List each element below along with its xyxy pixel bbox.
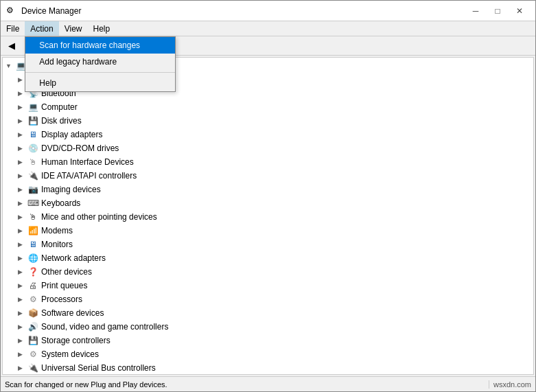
tree-item-dvdcdrom[interactable]: ▶ 💿 DVD/CD-ROM drives <box>3 141 533 155</box>
menu-scan-hardware[interactable]: Scan for hardware changes <box>25 37 175 54</box>
icon-displayadapters: 🖥 <box>27 129 38 140</box>
label-system: System devices <box>41 349 99 359</box>
label-storage: Storage controllers <box>41 336 110 345</box>
tree-item-diskdrives[interactable]: ▶ 💾 Disk drives <box>3 114 533 128</box>
label-dvdcdrom: DVD/CD-ROM drives <box>41 143 119 153</box>
label-usb: Universal Serial Bus controllers <box>41 363 156 373</box>
chevron-dvdcdrom: ▶ <box>18 145 27 152</box>
icon-computer: 💻 <box>27 102 38 113</box>
label-hid: Human Interface Devices <box>41 157 134 167</box>
label-diskdrives: Disk drives <box>41 116 82 126</box>
icon-other: ❓ <box>27 266 38 277</box>
icon-keyboards: ⌨ <box>27 198 38 209</box>
icon-network: 🌐 <box>27 253 38 264</box>
chevron-hid: ▶ <box>18 159 27 165</box>
chevron-modems: ▶ <box>18 227 27 234</box>
app-icon: ⚙ <box>6 5 17 16</box>
action-dropdown: Scan for hardware changes Add legacy har… <box>25 36 176 92</box>
chevron-network: ▶ <box>18 255 27 262</box>
status-bar: Scan for changed or new Plug and Play de… <box>1 376 535 391</box>
label-ideata: IDE ATA/ATAPI controllers <box>41 171 137 181</box>
icon-usb: 🔌 <box>27 362 38 373</box>
label-displayadapters: Display adapters <box>41 130 102 139</box>
label-mice: Mice and other pointing devices <box>41 212 157 222</box>
toolbar-back[interactable]: ◀ <box>3 38 20 54</box>
label-other: Other devices <box>41 267 92 277</box>
tree-item-modems[interactable]: ▶ 📶 Modems <box>3 224 533 238</box>
tree-item-software[interactable]: ▶ 📦 Software devices <box>3 306 533 320</box>
tree-item-keyboards[interactable]: ▶ ⌨ Keyboards <box>3 196 533 210</box>
title-bar: ⚙ Device Manager ─ □ ✕ <box>1 1 535 21</box>
icon-hid: 🖱 <box>27 157 38 168</box>
label-processors: Processors <box>41 295 82 304</box>
menu-add-legacy[interactable]: Add legacy hardware <box>25 54 175 70</box>
main-window: ⚙ Device Manager ─ □ ✕ File Action Scan … <box>0 0 536 392</box>
tree-item-displayadapters[interactable]: ▶ 🖥 Display adapters <box>3 128 533 141</box>
icon-ideata: 🔌 <box>27 170 38 181</box>
window-controls: ─ □ ✕ <box>465 3 530 19</box>
main-area: ▼ 💻 DESKTOP-ABC123 ▶ 🔋 Batteries ▶ 📡 Blu… <box>1 56 535 376</box>
icon-processors: ⚙ <box>27 294 38 305</box>
menu-help[interactable]: Help <box>25 75 175 91</box>
chevron-other: ▶ <box>18 268 27 275</box>
label-network: Network adapters <box>41 253 106 263</box>
device-list: ▶ 🔋 Batteries ▶ 📡 Bluetooth ▶ 💻 Computer… <box>3 73 533 375</box>
icon-system: ⚙ <box>27 349 38 360</box>
chevron-diskdrives: ▶ <box>18 117 27 124</box>
chevron-monitors: ▶ <box>18 241 27 248</box>
menu-action[interactable]: Action Scan for hardware changes Add leg… <box>25 21 58 36</box>
label-monitors: Monitors <box>41 240 73 249</box>
label-computer: Computer <box>41 102 78 112</box>
icon-software: 📦 <box>27 308 38 319</box>
maximize-button[interactable]: □ <box>487 3 508 19</box>
chevron-storage: ▶ <box>18 337 27 344</box>
chevron-processors: ▶ <box>18 296 27 303</box>
tree-item-usb[interactable]: ▶ 🔌 Universal Serial Bus controllers <box>3 361 533 375</box>
label-modems: Modems <box>41 226 73 235</box>
chevron-imaging: ▶ <box>18 186 27 193</box>
minimize-button[interactable]: ─ <box>465 3 486 19</box>
chevron-software: ▶ <box>18 310 27 316</box>
icon-printqueues: 🖨 <box>27 280 38 291</box>
tree-item-hid[interactable]: ▶ 🖱 Human Interface Devices <box>3 155 533 169</box>
tree-item-processors[interactable]: ▶ ⚙ Processors <box>3 292 533 306</box>
chevron-computer: ▶ <box>18 104 27 111</box>
window-title: Device Manager <box>21 6 81 16</box>
tree-item-sound[interactable]: ▶ 🔊 Sound, video and game controllers <box>3 320 533 334</box>
label-imaging: Imaging devices <box>41 185 101 194</box>
label-keyboards: Keyboards <box>41 198 80 208</box>
tree-item-printqueues[interactable]: ▶ 🖨 Print queues <box>3 279 533 292</box>
tree-item-computer[interactable]: ▶ 💻 Computer <box>3 100 533 114</box>
icon-modems: 📶 <box>27 225 38 236</box>
device-tree[interactable]: ▼ 💻 DESKTOP-ABC123 ▶ 🔋 Batteries ▶ 📡 Blu… <box>2 57 534 375</box>
tree-item-ideata[interactable]: ▶ 🔌 IDE ATA/ATAPI controllers <box>3 169 533 183</box>
chevron-system: ▶ <box>18 351 27 358</box>
tree-item-network[interactable]: ▶ 🌐 Network adapters <box>3 251 533 265</box>
close-button[interactable]: ✕ <box>509 3 530 19</box>
chevron-usb: ▶ <box>18 365 27 371</box>
tree-item-mice[interactable]: ▶ 🖱 Mice and other pointing devices <box>3 210 533 224</box>
menu-help[interactable]: Help <box>88 21 116 36</box>
tree-item-monitors[interactable]: ▶ 🖥 Monitors <box>3 238 533 251</box>
icon-storage: 💾 <box>27 335 38 346</box>
chevron-keyboards: ▶ <box>18 200 27 207</box>
menu-view[interactable]: View <box>59 21 88 36</box>
tree-item-system[interactable]: ▶ ⚙ System devices <box>3 347 533 361</box>
status-text: Scan for changed or new Plug and Play de… <box>5 380 167 389</box>
title-bar-left: ⚙ Device Manager <box>6 5 81 16</box>
root-chevron: ▼ <box>5 62 15 69</box>
tree-item-other[interactable]: ▶ ❓ Other devices <box>3 265 533 279</box>
menu-bar: File Action Scan for hardware changes Ad… <box>1 21 535 36</box>
chevron-displayadapters: ▶ <box>18 131 27 138</box>
menu-file[interactable]: File <box>1 21 25 36</box>
tree-item-storage[interactable]: ▶ 💾 Storage controllers <box>3 334 533 347</box>
chevron-printqueues: ▶ <box>18 282 27 289</box>
menu-separator <box>25 72 175 73</box>
chevron-sound: ▶ <box>18 323 27 330</box>
icon-sound: 🔊 <box>27 321 38 332</box>
status-right: wsxdn.com <box>489 380 531 389</box>
label-printqueues: Print queues <box>41 281 87 290</box>
icon-imaging: 📷 <box>27 184 38 195</box>
tree-item-imaging[interactable]: ▶ 📷 Imaging devices <box>3 183 533 196</box>
label-software: Software devices <box>41 308 104 318</box>
